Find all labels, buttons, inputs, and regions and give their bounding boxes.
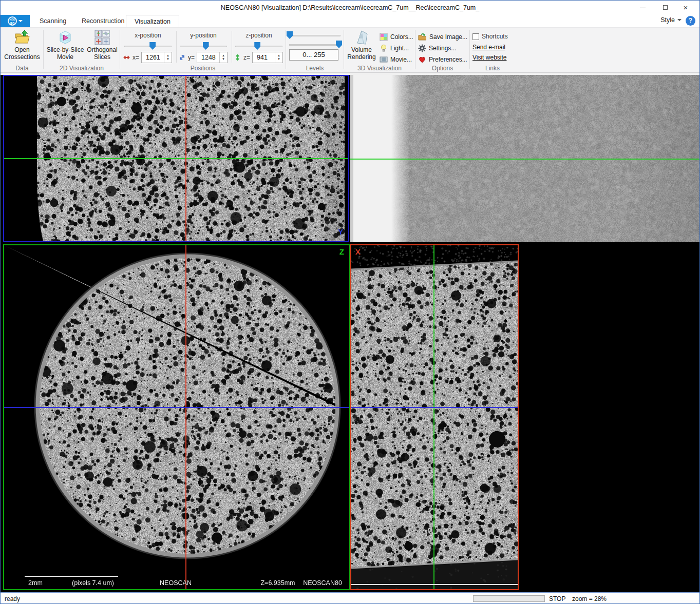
minimize-button[interactable] <box>635 3 650 13</box>
colors-button[interactable]: Colors... <box>380 33 413 41</box>
gear-icon <box>418 44 426 52</box>
levels-low-slider[interactable] <box>289 31 340 39</box>
ribbon: Open Crossections Data Slice-by-Slice Mo… <box>1 27 699 73</box>
maximize-icon <box>663 5 668 10</box>
group-label-options: Options <box>416 65 469 72</box>
maximize-button[interactable] <box>657 3 673 13</box>
z-position-value[interactable]: 941 <box>253 52 275 63</box>
preferences-button[interactable]: Preferences... <box>418 55 467 64</box>
x-position-slider[interactable] <box>124 42 172 50</box>
group-options: Save Image... <box>416 28 469 73</box>
scale-bar <box>25 576 118 577</box>
group-label-links: Links <box>470 65 515 72</box>
orthogonal-slices-button[interactable]: Orthogonal Slices <box>85 29 119 61</box>
brand-label: NEOSCAN <box>160 579 192 587</box>
light-bulb-icon <box>380 44 388 52</box>
slider-track <box>289 44 340 46</box>
z-axis-arrow-icon <box>234 54 241 61</box>
z-view-viewport: Z 2mm (pixels 7.4 um) NEOSCAN Z=6.935mm … <box>3 244 350 590</box>
x-position-title: x-position <box>123 32 173 40</box>
save-folder-icon <box>418 33 427 41</box>
send-email-link[interactable]: Send e-mail <box>472 44 505 51</box>
y-axis-arrow-icon <box>178 54 186 61</box>
progress-bar <box>473 595 545 602</box>
tab-scanning[interactable]: Scanning <box>31 15 74 27</box>
levels-high-handle[interactable] <box>336 41 342 48</box>
shortcuts-checkbox[interactable] <box>472 33 479 40</box>
film-icon <box>380 55 388 64</box>
y-position-spinner[interactable]: ▲▼ <box>219 52 227 63</box>
y-position-control: y-position y= 1248 ▲▼ <box>178 32 229 63</box>
y-position-slider-handle[interactable] <box>203 42 209 50</box>
axis-label-z: Z <box>339 247 344 256</box>
zoom-level: zoom = 28% <box>572 595 607 602</box>
z-position-input[interactable]: 941 ▲▼ <box>252 52 283 63</box>
y-prefix: y= <box>188 54 195 61</box>
workspace: Y Z 2mm (pixels 7.4 um) NEOSCAN Z=6.935m… <box>1 73 699 592</box>
group-links: Shortcuts Send e-mail Visit website Link… <box>470 28 515 73</box>
chevron-down-icon <box>18 20 23 22</box>
slice-by-slice-movie-button[interactable]: Slice-by-Slice Movie <box>44 29 86 61</box>
movie-button[interactable]: Movie... <box>380 55 412 64</box>
tab-reconstruction[interactable]: Reconstruction <box>73 15 133 27</box>
crosshair-z-green <box>433 245 434 589</box>
levels-high-slider[interactable] <box>289 40 340 48</box>
y-position-title: y-position <box>178 32 229 40</box>
neoscan-logo-icon: NEO80 <box>8 16 17 26</box>
chevron-down-icon <box>677 19 682 21</box>
y-position-slider[interactable] <box>180 42 227 50</box>
crosshair-z-green <box>4 158 348 159</box>
close-icon: × <box>684 3 688 12</box>
heart-icon <box>418 55 426 64</box>
y-position-value[interactable]: 1248 <box>197 52 219 63</box>
settings-button[interactable]: Settings... <box>418 44 456 52</box>
close-button[interactable]: × <box>678 3 693 13</box>
stop-button[interactable]: STOP <box>549 595 565 602</box>
group-label-data: Data <box>2 65 43 72</box>
z-position-spinner[interactable]: ▲▼ <box>275 52 282 63</box>
group-label-2d-visualization: 2D Visualization <box>44 65 119 72</box>
volume-rendering-button[interactable]: Volume Rendering <box>345 29 379 61</box>
x-view-viewport: X <box>350 244 519 590</box>
x-position-control: x-position x= 1261 ▲▼ <box>123 32 173 63</box>
x-view-canvas[interactable] <box>351 245 518 589</box>
y-position-input[interactable]: 1248 ▲▼ <box>197 52 228 63</box>
crosshair-y-blue <box>351 407 518 408</box>
light-button[interactable]: Light... <box>380 44 409 52</box>
axis-label-x: X <box>355 247 361 256</box>
z-position-title: z-position <box>234 32 284 40</box>
group-2d-visualization: Slice-by-Slice Movie <box>44 28 119 73</box>
group-levels: 0... 255 Levels <box>287 28 343 73</box>
group-label-levels: Levels <box>287 65 343 72</box>
z-position-label: Z=6.935mm <box>260 579 295 587</box>
pixel-size-label: (pixels 7.4 um) <box>72 579 114 587</box>
style-dropdown[interactable]: Style <box>660 16 682 24</box>
open-folder-icon <box>14 30 30 45</box>
z-position-slider[interactable] <box>235 42 282 50</box>
x-position-input[interactable]: 1261 ▲▼ <box>141 52 172 63</box>
open-crossections-button[interactable]: Open Crossections <box>2 29 43 61</box>
levels-range-button[interactable]: 0... 255 <box>289 49 338 61</box>
slider-track <box>124 46 172 47</box>
axis-label-y: Y <box>338 227 343 236</box>
visit-website-link[interactable]: Visit website <box>472 54 506 61</box>
group-3d-visualization: Volume Rendering Colors... Light... <box>345 28 414 73</box>
tab-visualization[interactable]: Visualization <box>126 15 179 27</box>
style-label: Style <box>660 16 675 24</box>
z-position-slider-handle[interactable] <box>254 42 260 50</box>
crosshair-x-red <box>185 245 186 589</box>
levels-low-handle[interactable] <box>287 31 293 39</box>
x-position-spinner[interactable]: ▲▼ <box>164 52 172 63</box>
title-bar: NEOSCAN80 [Visualization] D:\Results\ice… <box>1 1 699 15</box>
save-image-button[interactable]: Save Image... <box>418 33 467 41</box>
crosshair-x-red <box>185 76 186 241</box>
x-axis-arrow-icon <box>123 54 130 61</box>
z-view-canvas[interactable] <box>4 245 349 589</box>
scale-line <box>351 584 518 585</box>
x-position-value[interactable]: 1261 <box>142 52 164 63</box>
status-message: ready <box>5 595 20 602</box>
x-position-slider-handle[interactable] <box>149 42 156 50</box>
app-menu-button[interactable]: NEO80 <box>1 15 30 27</box>
shortcuts-checkbox-row[interactable]: Shortcuts <box>472 33 508 40</box>
help-button[interactable]: ? <box>686 16 695 26</box>
